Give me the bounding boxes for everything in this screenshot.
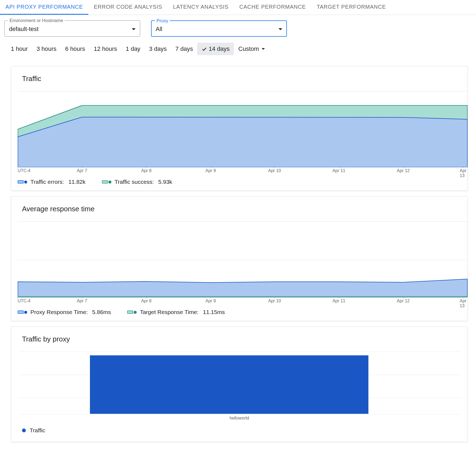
bar-helloworld[interactable] — [90, 355, 368, 414]
x-tick: Apr 12 — [397, 299, 410, 303]
legend-target-response[interactable]: Target Response Time: 11.15ms — [127, 309, 225, 315]
legend-label: Target Response Time: — [140, 309, 199, 315]
byproxy-card: Traffic by proxy helloworld Traffic — [11, 327, 468, 442]
legend-label: Traffic — [30, 427, 45, 434]
x-tick: Apr 10 — [268, 299, 281, 303]
x-tick: Apr 8 — [141, 299, 151, 303]
time-1hour[interactable]: 1 hour — [7, 43, 32, 55]
time-6hours[interactable]: 6 hours — [61, 43, 89, 55]
time-3hours[interactable]: 3 hours — [32, 43, 61, 55]
traffic-title: Traffic — [11, 74, 468, 91]
x-tick: Apr 13 — [460, 299, 466, 308]
x-tick: Apr 11 — [333, 168, 345, 173]
tab-cache-performance[interactable]: CACHE PERFORMANCE — [234, 0, 311, 15]
time-custom-label: Custom — [238, 45, 259, 52]
series-swatch-icon — [127, 310, 137, 314]
environment-select-value: default-test — [9, 26, 39, 33]
x-tick-tz: UTC-4 — [18, 168, 30, 173]
legend-value: 5.93k — [158, 179, 172, 185]
byproxy-xlabel: helloworld — [11, 416, 468, 421]
x-tick: Apr 9 — [205, 299, 216, 303]
time-range-row: 1 hour 3 hours 6 hours 12 hours 1 day 3 … — [0, 39, 476, 61]
latency-title: Average response time — [11, 205, 468, 221]
time-7days[interactable]: 7 days — [171, 43, 197, 55]
proxy-select[interactable]: Proxy All — [151, 20, 287, 37]
chevron-down-icon — [262, 48, 265, 50]
latency-chart[interactable] — [18, 221, 468, 297]
x-tick: Apr 10 — [268, 168, 281, 173]
x-tick: Apr 7 — [77, 299, 87, 303]
x-tick: Apr 9 — [205, 168, 216, 173]
environment-select[interactable]: Environment or Hostname default-test — [4, 20, 140, 37]
proxy-select-label: Proxy — [155, 18, 170, 24]
environment-select-label: Environment or Hostname — [8, 18, 65, 23]
traffic-chart[interactable] — [18, 91, 468, 167]
x-tick: Apr 12 — [397, 168, 410, 173]
time-custom[interactable]: Custom — [234, 43, 269, 55]
legend-label: Proxy Response Time: — [30, 309, 88, 315]
byproxy-chart[interactable] — [19, 352, 461, 414]
latency-x-axis: UTC-4 Apr 7 Apr 8 Apr 9 Apr 10 Apr 11 Ap… — [18, 297, 468, 304]
latency-card: Average response time UTC-4 Apr 7 Apr 8 … — [11, 196, 468, 321]
legend-value: 5.86ms — [92, 309, 111, 315]
x-tick: Apr 11 — [333, 299, 345, 303]
traffic-card: Traffic UTC-4 Apr 7 Apr 8 Apr 9 Apr 10 A… — [11, 66, 468, 191]
latency-legend: Proxy Response Time: 5.86ms Target Respo… — [11, 304, 468, 315]
legend-value: 11.15ms — [203, 309, 225, 315]
byproxy-legend: Traffic — [11, 421, 468, 436]
legend-traffic-success[interactable]: Traffic success: 5.93k — [102, 179, 172, 185]
proxy-select-value: All — [156, 26, 162, 33]
traffic-x-axis: UTC-4 Apr 7 Apr 8 Apr 9 Apr 10 Apr 11 Ap… — [18, 167, 468, 174]
series-swatch-icon — [18, 310, 27, 314]
x-tick: Apr 13 — [460, 168, 466, 178]
tab-target-performance[interactable]: TARGET PERFORMANCE — [311, 0, 392, 15]
legend-value: 11.82k — [68, 179, 86, 185]
filter-row: Environment or Hostname default-test Pro… — [0, 15, 476, 39]
tabs-row: API PROXY PERFORMANCE ERROR CODE ANALYSI… — [0, 0, 476, 15]
series-dot-icon — [22, 428, 26, 432]
tab-latency-analysis[interactable]: LATENCY ANALYSIS — [168, 0, 234, 15]
time-14days[interactable]: 14 days — [197, 43, 234, 55]
chevron-down-icon — [278, 28, 282, 30]
chevron-down-icon — [132, 28, 136, 30]
time-3days[interactable]: 3 days — [145, 43, 171, 55]
legend-label: Traffic success: — [115, 179, 154, 185]
legend-proxy-response[interactable]: Proxy Response Time: 5.86ms — [18, 309, 111, 315]
series-swatch-icon — [18, 180, 27, 184]
x-tick-tz: UTC-4 — [18, 299, 30, 303]
x-tick: Apr 8 — [141, 168, 151, 173]
tab-error-code-analysis[interactable]: ERROR CODE ANALYSIS — [88, 0, 168, 15]
traffic-legend: Traffic errors: 11.82k Traffic success: … — [11, 174, 468, 185]
legend-traffic-errors[interactable]: Traffic errors: 11.82k — [18, 179, 86, 185]
legend-label: Traffic errors: — [30, 179, 64, 185]
tab-api-proxy-performance[interactable]: API PROXY PERFORMANCE — [0, 0, 88, 15]
check-icon — [202, 46, 207, 52]
time-1day[interactable]: 1 day — [121, 43, 145, 55]
x-tick: Apr 7 — [77, 168, 87, 173]
byproxy-title: Traffic by proxy — [11, 335, 468, 352]
time-12hours[interactable]: 12 hours — [89, 43, 121, 55]
time-14days-label: 14 days — [209, 45, 230, 52]
series-swatch-icon — [102, 180, 111, 184]
